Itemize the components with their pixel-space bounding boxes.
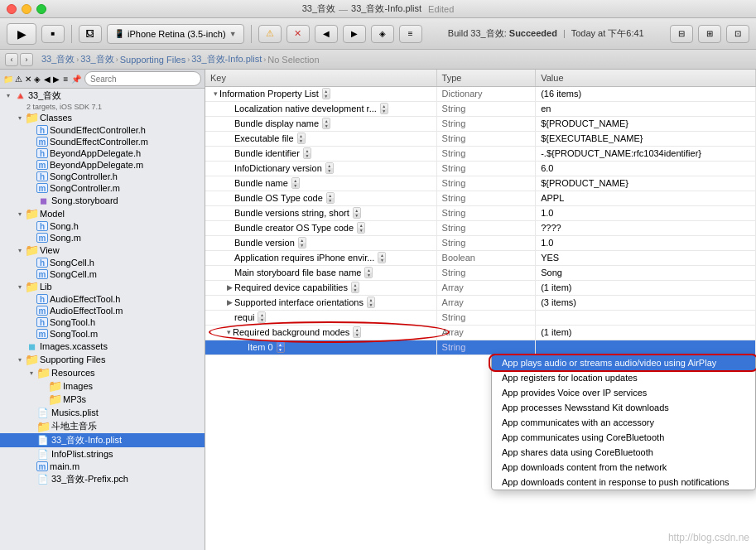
plist-row[interactable]: ▶Executable file ▲ ▼ String${EXECUTABLE_… [205,131,756,146]
sidebar-item-Song_storyboard[interactable]: ▶◼Song.storyboard [0,194,205,207]
stepper-down[interactable]: ▼ [381,109,388,113]
dropdown-item-3[interactable]: App processes Newsstand Kit downloads [492,400,755,415]
stepper-down[interactable]: ▼ [365,273,372,277]
plist-row[interactable]: ▶Bundle name ▲ ▼ String${PRODUCT_NAME} [205,176,756,191]
stepper-down[interactable]: ▼ [299,243,306,248]
expand-arrow[interactable]: ▾ [227,328,231,336]
plist-row[interactable]: ▶Supported interface orientations ▲ ▼ Ar… [205,295,756,310]
stepper-down[interactable]: ▼ [358,228,364,233]
dropdown-item-2[interactable]: App provides Voice over IP services [492,385,755,400]
error-button[interactable]: ✕ [287,25,310,43]
stepper-down[interactable]: ▼ [323,94,330,99]
plist-row[interactable]: ▶Bundle creator OS Type code ▲ ▼ String?… [205,220,756,235]
key-stepper[interactable]: ▲ ▼ [298,237,306,248]
stop-button[interactable]: ■ [41,25,65,43]
plist-row[interactable]: ▶Main storyboard file base name ▲ ▼ Stri… [205,265,756,280]
key-stepper[interactable]: ▲ ▼ [291,177,300,189]
stepper-down[interactable]: ▼ [354,213,360,218]
key-stepper[interactable]: ▲ ▼ [367,297,375,308]
breadcrumb-back[interactable]: ‹ [5,53,18,66]
stepper-down[interactable]: ▼ [258,317,265,322]
sidebar-breakpoint-btn[interactable]: ◈ [34,71,41,86]
key-stepper[interactable]: ▲ ▼ [357,222,365,234]
sidebar-nav-btn[interactable]: ◀ [43,71,51,86]
device-selector[interactable]: 📱 iPhone Retina (3.5-inch) ▼ [107,24,244,44]
key-stepper[interactable]: ▲ ▼ [322,88,330,99]
dropdown-item-5[interactable]: App communicates using CoreBluetooth [492,430,755,445]
sidebar-item-view[interactable]: ▾📁View [0,244,205,257]
expand-arrow[interactable]: ▶ [227,283,233,292]
sidebar-item-main_m[interactable]: ▶mmain.m [0,461,205,472]
sidebar-item-BeyondAppDelegate_h[interactable]: ▶hBeyondAppDelegate.h [0,147,205,159]
plist-row[interactable]: ▶Bundle display name ▲ ▼ String${PRODUCT… [205,116,756,131]
sidebar-item-images[interactable]: ▶📁Images [0,379,205,393]
sidebar-item-resources[interactable]: ▾📁Resources [0,366,205,379]
key-stepper[interactable]: ▲ ▼ [380,103,388,114]
key-stepper[interactable]: ▲ ▼ [277,341,285,353]
sidebar-item-SoundEffectController_h[interactable]: ▶hSoundEffectController.h [0,124,205,136]
dropdown-item-7[interactable]: App downloads content from the network [492,460,755,475]
sidebar-item-SongCell_m[interactable]: ▶mSongCell.m [0,268,205,280]
breadcrumb-forward[interactable]: › [20,53,33,66]
plist-row[interactable]: ▶requi ▲ ▼ String [205,310,756,325]
sidebar-item-AudioEffectTool_m[interactable]: ▶mAudioEffectTool.m [0,305,205,316]
right-panel-toggle[interactable]: ⊡ [726,25,749,43]
stepper-down[interactable]: ▼ [277,347,284,352]
plist-row[interactable]: ▾Information Property List ▲ ▼ Dictionar… [205,86,756,101]
maximize-button[interactable] [36,4,46,14]
sidebar-item-Musics_plist[interactable]: ▶📄Musics.plist [0,406,205,419]
plist-row[interactable]: ▶Bundle version ▲ ▼ String1.0 [205,235,756,250]
stepper-down[interactable]: ▼ [323,123,330,128]
tasks-button[interactable]: ≡ [399,25,422,43]
key-stepper[interactable]: ▲ ▼ [297,133,306,144]
plist-row[interactable]: ▶Localization native development r... ▲ … [205,101,756,116]
key-stepper[interactable]: ▲ ▼ [351,282,359,293]
plist-row[interactable]: ▶Bundle versions string, short ▲ ▼ Strin… [205,205,756,220]
key-stepper[interactable]: ▲ ▼ [322,118,330,129]
stepper-down[interactable]: ▼ [326,168,333,173]
sidebar-search-input[interactable] [84,71,201,86]
sidebar-item-lib[interactable]: ▾📁Lib [0,280,205,293]
sidebar-item-Song_m[interactable]: ▶mSong.m [0,232,205,244]
stepper-down[interactable]: ▼ [304,153,311,158]
breadcrumb-item-2[interactable]: Supporting Files [120,55,186,65]
sidebar-item-AudioEffectTool_h[interactable]: ▶hAudioEffectTool.h [0,293,205,305]
sidebar-item-SongController_m[interactable]: ▶mSongController.m [0,182,205,194]
bottom-panel-toggle[interactable]: ⊞ [698,25,721,43]
key-stepper[interactable]: ▲ ▼ [364,267,373,278]
dropdown-item-0[interactable]: App plays audio or streams audio/video u… [492,355,755,370]
key-stepper[interactable]: ▲ ▼ [258,311,266,323]
nav-back[interactable]: ◀ [315,25,338,43]
key-stepper[interactable]: ▲ ▼ [353,207,361,219]
left-panel-toggle[interactable]: ⊟ [670,25,693,43]
expand-arrow[interactable]: ▶ [227,298,233,306]
sidebar-error-btn[interactable]: ✕ [24,71,31,86]
sidebar-item-Images_xcassets[interactable]: ▶◼Images.xcassets [0,340,205,353]
sidebar-item-info_plist[interactable]: ▶📄33_音效-Info.plist [0,433,205,447]
item0-dropdown[interactable]: App plays audio or streams audio/video u… [491,355,756,490]
traffic-lights[interactable] [7,4,46,14]
expand-arrow[interactable]: ▾ [214,89,218,98]
sidebar-folder-btn[interactable]: 📁 [3,71,13,86]
breadcrumb-nav[interactable]: ‹ › [5,53,33,66]
sidebar-pin-btn[interactable]: 📌 [71,71,81,86]
nav-fwd[interactable]: ▶ [343,25,366,43]
plist-row[interactable]: ▶Item 0 ▲ ▼ String [205,340,756,355]
sidebar-warning-btn[interactable]: ⚠ [15,71,22,86]
sidebar-item-classes[interactable]: ▾📁Classes [0,111,205,124]
stepper-down[interactable]: ▼ [327,198,334,203]
sidebar-item-mp3s[interactable]: ▶📁MP3s [0,393,205,406]
stepper-down[interactable]: ▼ [354,332,360,337]
scheme-button[interactable]: ⛾ [79,25,102,43]
play-button[interactable]: ▶ [7,23,36,45]
breadcrumb-item-1[interactable]: 33_音效 [80,53,113,65]
plist-row[interactable]: ▶Bundle OS Type code ▲ ▼ StringAPPL [205,191,756,205]
sidebar-item-BeyondAppDelegate_m[interactable]: ▶mBeyondAppDelegate.m [0,159,205,171]
plist-row[interactable]: ▶InfoDictionary version ▲ ▼ String6.0 [205,161,756,176]
stepper-down[interactable]: ▼ [378,258,385,263]
plist-row[interactable]: ▾Required background modes ▲ ▼ Array(1 i… [205,325,756,340]
stepper-down[interactable]: ▼ [292,183,299,188]
sidebar-item-SongCell_h[interactable]: ▶hSongCell.h [0,257,205,268]
sidebar-item-supporting[interactable]: ▾📁Supporting Files [0,353,205,366]
dropdown-item-8[interactable]: App downloads content in response to pus… [492,475,755,490]
